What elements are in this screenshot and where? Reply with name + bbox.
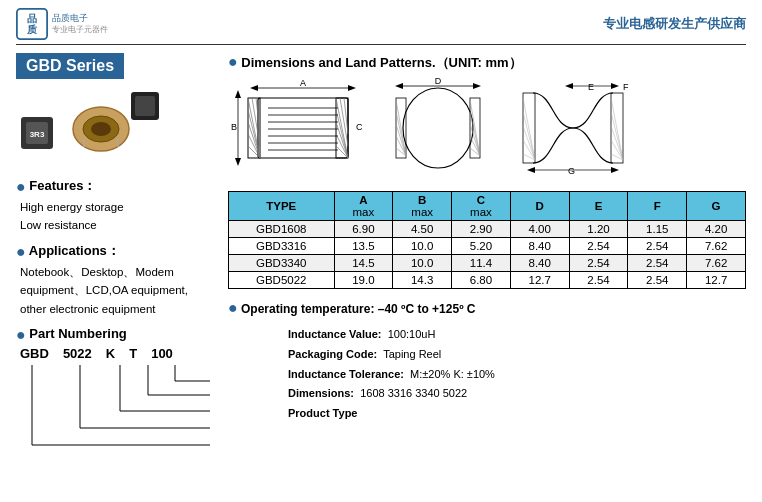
applications-title: ● Applications： — [16, 242, 216, 261]
svg-line-75 — [523, 112, 535, 160]
spec-table: TYPE Amax Bmax Cmax D E F G GBD1608 6.90 — [228, 191, 746, 289]
svg-marker-89 — [527, 167, 535, 173]
dimensions-title: ● Dimensions and Land Patterns.（UNIT: mm… — [228, 53, 746, 72]
svg-line-39 — [344, 98, 348, 134]
svg-text:C: C — [356, 122, 363, 132]
part-numbering-title: ● Part Numbering — [16, 326, 216, 344]
col-f: F — [628, 192, 687, 221]
cell-type: GBD5022 — [229, 272, 335, 289]
operating-temp: ● Operating temperature: –40 ºC to +125º… — [228, 299, 746, 317]
svg-text:D: D — [435, 78, 442, 86]
cell-c: 5.20 — [452, 238, 511, 255]
part-100: 100 — [151, 346, 173, 361]
dim-svg: A B C D — [228, 78, 658, 178]
svg-marker-90 — [611, 167, 619, 173]
svg-line-74 — [523, 98, 535, 160]
cell-e: 1.20 — [569, 221, 628, 238]
cell-b: 4.50 — [393, 221, 452, 238]
svg-marker-52 — [235, 90, 241, 98]
cell-c: 6.80 — [452, 272, 511, 289]
packaging-val: Taping Reel — [383, 348, 441, 360]
part-k: K — [106, 346, 115, 361]
packaging-label: Packaging Code: — [288, 348, 377, 360]
logo: 品 质 品质电子 专业电子元器件 — [16, 8, 108, 40]
cell-d: 8.40 — [510, 255, 569, 272]
packaging-code-row: Packaging Code: Taping Reel — [288, 345, 746, 365]
tolerance-label: Inductance Tolerance: — [288, 368, 404, 380]
logo-icon: 品 质 — [16, 8, 48, 40]
svg-marker-93 — [611, 83, 619, 89]
svg-rect-12 — [135, 96, 155, 116]
svg-text:F: F — [623, 82, 629, 92]
dimensions-row: Dimensions: 1608 3316 3340 5022 — [288, 384, 746, 404]
feature-item-2: Low resistance — [20, 216, 216, 234]
table-body: GBD1608 6.90 4.50 2.90 4.00 1.20 1.15 4.… — [229, 221, 746, 289]
dimensions-val: 1608 3316 3340 5022 — [360, 387, 467, 399]
inductor-image: 3R3 — [16, 87, 156, 167]
cell-type: GBD3316 — [229, 238, 335, 255]
col-d: D — [510, 192, 569, 221]
cell-d: 8.40 — [510, 238, 569, 255]
col-b: Bmax — [393, 192, 452, 221]
svg-text:E: E — [588, 82, 594, 92]
table-header: TYPE Amax Bmax Cmax D E F G — [229, 192, 746, 221]
svg-line-80 — [611, 98, 623, 160]
part-t: T — [129, 346, 137, 361]
svg-text:品: 品 — [27, 13, 37, 24]
header: 品 质 品质电子 专业电子元器件 专业电感研发生产供应商 — [16, 8, 746, 45]
cell-g: 7.62 — [687, 255, 746, 272]
svg-marker-59 — [473, 83, 481, 89]
cell-a: 14.5 — [334, 255, 393, 272]
inductance-value-label: Inductance Value: — [288, 328, 382, 340]
col-e: E — [569, 192, 628, 221]
cell-f: 2.54 — [628, 272, 687, 289]
svg-point-8 — [91, 122, 111, 136]
applications-content: Notebook、Desktop、Modem equipment、LCD,OA … — [20, 263, 216, 318]
part-num-row: GBD 5022 K T 100 — [20, 346, 216, 361]
cell-a: 19.0 — [334, 272, 393, 289]
inductance-value-row: Inductance Value: 100:10uH — [288, 325, 746, 345]
cell-c: 11.4 — [452, 255, 511, 272]
cell-type: GBD1608 — [229, 221, 335, 238]
svg-point-56 — [403, 88, 473, 168]
product-type-row: Product Type — [288, 404, 746, 424]
cell-b: 10.0 — [393, 238, 452, 255]
col-a: Amax — [334, 192, 393, 221]
features-bullet: ● — [16, 178, 26, 195]
cell-type: GBD3340 — [229, 255, 335, 272]
table-row: GBD1608 6.90 4.50 2.90 4.00 1.20 1.15 4.… — [229, 221, 746, 238]
tolerance-val: M:±20% K: ±10% — [410, 368, 495, 380]
table-row: GBD3340 14.5 10.0 11.4 8.40 2.54 2.54 7.… — [229, 255, 746, 272]
cell-g: 7.62 — [687, 238, 746, 255]
svg-marker-49 — [348, 85, 356, 91]
app-item-1: Notebook、Desktop、Modem — [20, 263, 216, 281]
svg-marker-48 — [250, 85, 258, 91]
cell-f: 2.54 — [628, 238, 687, 255]
cell-e: 2.54 — [569, 238, 628, 255]
part-gbd: GBD — [20, 346, 49, 361]
part-diagram-svg — [20, 363, 215, 478]
dimensions-label: Dimensions: — [288, 387, 354, 399]
table-row: GBD5022 19.0 14.3 6.80 12.7 2.54 2.54 12… — [229, 272, 746, 289]
feature-item-1: High energy storage — [20, 198, 216, 216]
svg-text:质: 质 — [26, 24, 38, 35]
svg-marker-53 — [235, 158, 241, 166]
cell-g: 12.7 — [687, 272, 746, 289]
svg-rect-23 — [258, 98, 348, 158]
header-tagline: 专业电感研发生产供应商 — [603, 15, 746, 33]
cell-g: 4.20 — [687, 221, 746, 238]
series-badge: GBD Series — [16, 53, 124, 79]
logo-text: 品质电子 专业电子元器件 — [52, 13, 108, 35]
cell-e: 2.54 — [569, 255, 628, 272]
app-item-2: equipment、LCD,OA equipment, — [20, 281, 216, 299]
applications-section: ● Applications： Notebook、Desktop、Modem e… — [16, 242, 216, 318]
cell-d: 4.00 — [510, 221, 569, 238]
cell-d: 12.7 — [510, 272, 569, 289]
op-temp-dot: ● — [228, 299, 238, 316]
svg-marker-58 — [395, 83, 403, 89]
right-column: ● Dimensions and Land Patterns.（UNIT: mm… — [228, 53, 746, 473]
svg-marker-92 — [565, 83, 573, 89]
svg-line-36 — [336, 134, 348, 158]
left-column: GBD Series 3R3 — [16, 53, 216, 473]
dimension-diagram: A B C D — [228, 78, 746, 181]
